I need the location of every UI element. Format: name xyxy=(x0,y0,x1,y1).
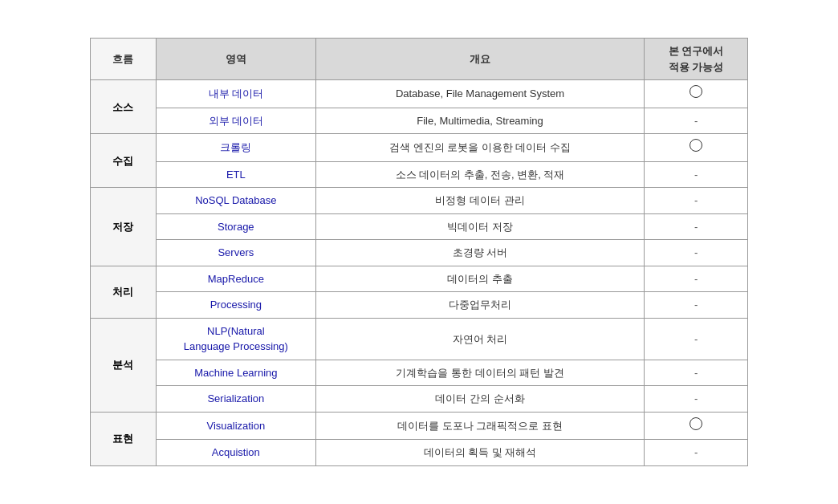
summary-cell: 데이터의 추출 xyxy=(315,266,645,292)
area-cell: Acquistion xyxy=(156,440,315,466)
table-row: Serialization데이터 간의 순서화- xyxy=(91,386,748,413)
circle-icon xyxy=(690,85,702,98)
applicable-cell xyxy=(645,134,748,162)
summary-cell: Database, File Management System xyxy=(315,80,645,108)
area-cell: NoSQL Database xyxy=(156,188,315,214)
applicable-cell: - xyxy=(645,318,748,360)
area-cell: 크롤링 xyxy=(156,134,315,162)
summary-cell: 데이터 간의 순서화 xyxy=(315,386,645,413)
circle-icon xyxy=(690,417,702,430)
summary-cell: 소스 데이터의 추출, 전송, 변환, 적재 xyxy=(315,161,645,188)
dash-icon: - xyxy=(694,446,698,458)
applicable-cell xyxy=(645,80,748,108)
area-cell: Serialization xyxy=(156,386,315,413)
summary-cell: 초경량 서버 xyxy=(315,240,645,266)
summary-cell: 빅데이터 저장 xyxy=(315,213,645,240)
applicable-cell: - xyxy=(645,292,748,319)
table-row: 소스내부 데이터Database, File Management System xyxy=(91,80,748,108)
area-cell: ETL xyxy=(156,161,315,188)
applicable-cell: - xyxy=(645,240,748,266)
table-row: 수집크롤링검색 엔진의 로봇을 이용한 데이터 수집 xyxy=(91,134,748,162)
applicable-cell: - xyxy=(645,108,748,134)
table-row: Servers초경량 서버- xyxy=(91,240,748,266)
applicable-cell: - xyxy=(645,440,748,466)
table-row: 처리MapReduce데이터의 추출- xyxy=(91,266,748,292)
header-summary: 개요 xyxy=(315,39,645,80)
flow-cell: 처리 xyxy=(91,266,157,318)
table-row: Processing다중업무처리- xyxy=(91,292,748,319)
summary-cell: 다중업무처리 xyxy=(315,292,645,319)
area-cell: Storage xyxy=(156,213,315,240)
dash-icon: - xyxy=(694,115,698,127)
summary-cell: 자연어 처리 xyxy=(315,318,645,360)
summary-cell: 비정형 데이터 관리 xyxy=(315,188,645,214)
summary-cell: File, Multimedia, Streaming xyxy=(315,108,645,134)
main-table: 흐름 영역 개요 본 연구에서 적용 가능성 소스내부 데이터Database,… xyxy=(90,38,748,466)
applicable-cell: - xyxy=(645,161,748,188)
dash-icon: - xyxy=(694,367,698,379)
dash-icon: - xyxy=(694,246,698,258)
table-row: Acquistion데이터의 획득 및 재해석- xyxy=(91,440,748,466)
table-row: Machine Learning기계학습을 통한 데이터의 패턴 발견- xyxy=(91,360,748,386)
dash-icon: - xyxy=(694,392,698,404)
header-applicable: 본 연구에서 적용 가능성 xyxy=(645,39,748,80)
applicable-cell xyxy=(645,412,748,440)
applicable-cell: - xyxy=(645,213,748,240)
table-wrapper: 흐름 영역 개요 본 연구에서 적용 가능성 소스내부 데이터Database,… xyxy=(0,22,838,482)
area-cell: Visualization xyxy=(156,412,315,440)
area-cell: 외부 데이터 xyxy=(156,108,315,134)
table-row: 표현Visualization데이터를 도포나 그래픽적으로 표현 xyxy=(91,412,748,440)
header-area: 영역 xyxy=(156,39,315,80)
circle-icon xyxy=(690,139,702,152)
area-cell: Processing xyxy=(156,292,315,319)
area-cell: 내부 데이터 xyxy=(156,80,315,108)
flow-cell: 소스 xyxy=(91,80,157,134)
summary-cell: 데이터의 획득 및 재해석 xyxy=(315,440,645,466)
header-flow: 흐름 xyxy=(91,39,157,80)
table-row: 외부 데이터File, Multimedia, Streaming- xyxy=(91,108,748,134)
dash-icon: - xyxy=(694,333,698,345)
dash-icon: - xyxy=(694,221,698,233)
applicable-cell: - xyxy=(645,188,748,214)
applicable-cell: - xyxy=(645,360,748,386)
summary-cell: 기계학습을 통한 데이터의 패턴 발견 xyxy=(315,360,645,386)
summary-cell: 검색 엔진의 로봇을 이용한 데이터 수집 xyxy=(315,134,645,162)
area-cell: Servers xyxy=(156,240,315,266)
applicable-cell: - xyxy=(645,266,748,292)
area-cell: NLP(Natural Language Processing) xyxy=(156,318,315,360)
area-cell: Machine Learning xyxy=(156,360,315,386)
table-row: 저장NoSQL Database비정형 데이터 관리- xyxy=(91,188,748,214)
table-row: ETL소스 데이터의 추출, 전송, 변환, 적재- xyxy=(91,161,748,188)
applicable-cell: - xyxy=(645,386,748,413)
flow-cell: 분석 xyxy=(91,318,157,412)
area-cell: MapReduce xyxy=(156,266,315,292)
table-row: Storage빅데이터 저장- xyxy=(91,213,748,240)
summary-cell: 데이터를 도포나 그래픽적으로 표현 xyxy=(315,412,645,440)
dash-icon: - xyxy=(694,194,698,206)
dash-icon: - xyxy=(694,169,698,181)
table-row: 분석NLP(Natural Language Processing)자연어 처리… xyxy=(91,318,748,360)
dash-icon: - xyxy=(694,299,698,311)
dash-icon: - xyxy=(694,273,698,285)
flow-cell: 수집 xyxy=(91,134,157,188)
flow-cell: 표현 xyxy=(91,412,157,465)
flow-cell: 저장 xyxy=(91,188,157,266)
